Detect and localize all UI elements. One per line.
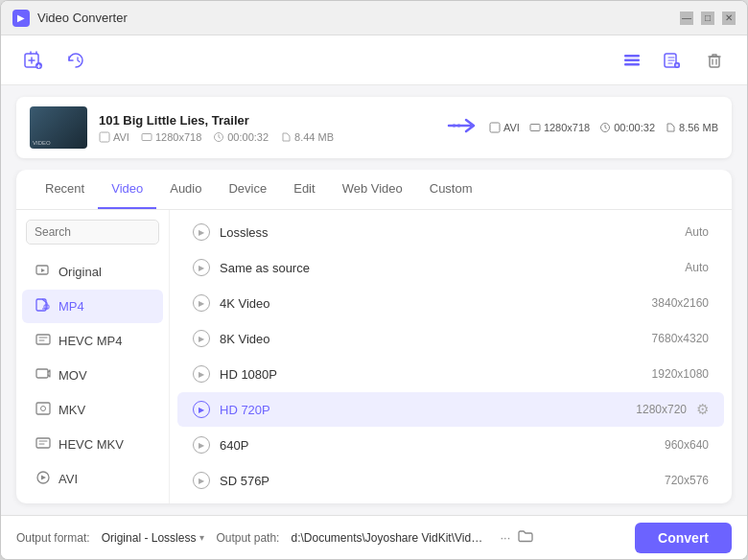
convert-button[interactable]: Convert (635, 523, 732, 553)
tab-custom[interactable]: Custom (416, 170, 486, 209)
play-icon: ▶ (193, 294, 210, 312)
chevron-down-icon: ▾ (199, 532, 204, 543)
svg-rect-23 (36, 438, 50, 448)
output-format: AVI (489, 122, 520, 133)
sidebar-item-original[interactable]: Original (22, 255, 163, 289)
format-item-name: HD 1080P (220, 367, 643, 382)
format-item-640p[interactable]: ▶ 640P 960x640 (177, 428, 724, 462)
gear-icon[interactable]: ⚙ (696, 401, 709, 418)
sidebar-item-wmv[interactable]: WMV (22, 497, 163, 503)
rotate-button[interactable] (58, 43, 93, 78)
format-item-8k[interactable]: ▶ 8K Video 7680x4320 (177, 321, 724, 356)
sidebar-item-mov[interactable]: MOV (22, 359, 163, 392)
format-item-name: 640P (220, 438, 655, 453)
output-path-value: d:\Documents\Joyoshare VidKit\Video (291, 531, 482, 545)
toolbar-left (16, 43, 607, 78)
search-input[interactable] (26, 220, 159, 245)
toolbar-center (615, 43, 690, 78)
sidebar-item-label-mkv: MKV (58, 403, 85, 417)
play-icon: ▶ (193, 401, 210, 418)
svg-rect-9 (142, 133, 152, 140)
format-item-same-source[interactable]: ▶ Same as source Auto (177, 250, 724, 285)
format-tabs: Recent Video Audio Device Edit Web Video… (16, 170, 732, 210)
title-bar: ▶ Video Converter — □ ✕ (1, 1, 747, 35)
sidebar-search[interactable] (26, 220, 159, 245)
play-icon: ▶ (193, 223, 210, 241)
format-item-sd576[interactable]: ▶ SD 576P 720x576 (177, 463, 724, 498)
sidebar-item-mp4[interactable]: MP4 (22, 290, 163, 323)
output-format-value: Original - Lossless (102, 531, 197, 545)
play-icon: ▶ (193, 472, 210, 489)
format-item-name: 8K Video (220, 332, 643, 346)
format-body: Original MP4 HEVC MP4 (16, 210, 732, 503)
svg-rect-20 (36, 369, 48, 378)
format-item-4k[interactable]: ▶ 4K Video 3840x2160 (177, 286, 724, 320)
play-icon: ▶ (193, 330, 210, 347)
file-format: AVI (99, 131, 129, 143)
tab-web-video[interactable]: Web Video (329, 170, 416, 209)
svg-rect-8 (100, 132, 109, 142)
format-panel: Recent Video Audio Device Edit Web Video… (16, 170, 732, 503)
sidebar-item-hevc-mkv[interactable]: HEVC MKV (22, 428, 163, 461)
trash-button[interactable] (697, 43, 732, 78)
tab-video[interactable]: Video (98, 170, 156, 209)
sidebar-item-avi[interactable]: AVI (22, 462, 163, 496)
svg-rect-13 (490, 123, 500, 132)
file-resolution: 1280x718 (141, 131, 201, 143)
close-button[interactable]: ✕ (722, 12, 736, 25)
format-item-hd720[interactable]: ▶ HD 720P 1280x720 ⚙ (177, 392, 724, 427)
tab-audio[interactable]: Audio (156, 170, 215, 209)
sidebar-item-label-hevc-mp4: HEVC MP4 (58, 334, 122, 348)
minimize-button[interactable]: — (680, 12, 693, 25)
file-thumbnail: VIDEO (30, 106, 87, 149)
svg-rect-14 (530, 125, 540, 131)
main-content: Recent Video Audio Device Edit Web Video… (1, 170, 747, 515)
file-duration: 00:00:32 (213, 131, 269, 143)
avi-icon (35, 470, 51, 488)
format-item-lossless[interactable]: ▶ Lossless Auto (177, 215, 724, 249)
output-format-label: Output format: (16, 531, 90, 545)
format-item-name: 4K Video (220, 296, 643, 311)
format-item-res: 1920x1080 (652, 367, 709, 381)
batch-button[interactable] (655, 43, 690, 78)
add-file-button[interactable] (16, 43, 51, 78)
tab-device[interactable]: Device (215, 170, 280, 209)
tab-edit[interactable]: Edit (280, 170, 328, 209)
tab-recent[interactable]: Recent (32, 170, 98, 209)
output-resolution: 1280x718 (529, 122, 590, 133)
format-sidebar: Original MP4 HEVC MP4 (16, 210, 170, 503)
format-item-res: Auto (685, 261, 709, 274)
maximize-button[interactable]: □ (701, 12, 714, 25)
output-path-label: Output path: (216, 531, 279, 545)
output-format-select[interactable]: Original - Lossless ▾ (102, 531, 205, 545)
output-path-actions: ··· (498, 527, 535, 548)
sidebar-list: Original MP4 HEVC MP4 (16, 254, 169, 503)
list-view-button[interactable] (615, 43, 649, 78)
sidebar-item-hevc-mp4[interactable]: HEVC MP4 (22, 324, 163, 358)
original-icon (35, 263, 51, 281)
toolbar-right (697, 43, 732, 78)
convert-arrow-icon (447, 117, 478, 139)
bottom-bar: Output format: Original - Lossless ▾ Out… (1, 515, 747, 559)
format-item-name: SD 576P (220, 474, 655, 488)
svg-point-22 (41, 407, 46, 411)
file-size: 8.44 MB (280, 131, 334, 143)
output-path-more-button[interactable]: ··· (498, 527, 512, 548)
sidebar-item-label-mov: MOV (58, 368, 87, 383)
sidebar-item-label-mp4: MP4 (58, 299, 84, 314)
app-window: ▶ Video Converter — □ ✕ (0, 0, 748, 560)
format-item-hd1080[interactable]: ▶ HD 1080P 1920x1080 (177, 357, 724, 391)
svg-rect-7 (710, 57, 719, 67)
output-size: 8.56 MB (665, 122, 718, 133)
file-item-row: VIDEO 101 Big Little Lies, Trailer AVI 1… (16, 97, 732, 158)
file-info: 101 Big Little Lies, Trailer AVI 1280x71… (99, 113, 435, 143)
sidebar-item-mkv[interactable]: MKV (22, 393, 163, 427)
file-name: 101 Big Little Lies, Trailer (99, 113, 435, 128)
format-item-res: 720x576 (665, 474, 709, 487)
format-item-res: 7680x4320 (652, 332, 709, 345)
format-item-name: Lossless (220, 225, 675, 240)
mp4-icon (35, 297, 51, 315)
format-item-res: 3840x2160 (652, 296, 709, 310)
output-path-folder-button[interactable] (516, 527, 535, 548)
sidebar-item-label-avi: AVI (58, 472, 78, 486)
